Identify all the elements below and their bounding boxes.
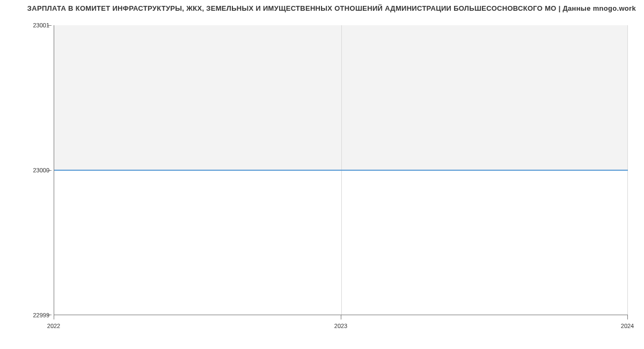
x-tick-label: 2022 bbox=[47, 323, 60, 329]
x-tick-label: 2024 bbox=[621, 323, 634, 329]
plot-area bbox=[54, 25, 628, 315]
chart-title: ЗАРПЛАТА В КОМИТЕТ ИНФРАСТРУКТУРЫ, ЖКХ, … bbox=[0, 0, 644, 14]
data-line bbox=[54, 170, 628, 171]
y-tick-label: 23001 bbox=[33, 22, 49, 28]
x-tick bbox=[341, 315, 341, 319]
y-tick-label: 23000 bbox=[33, 167, 49, 173]
x-tick bbox=[627, 315, 628, 319]
x-tick bbox=[54, 315, 54, 319]
x-tick-label: 2023 bbox=[334, 323, 347, 329]
y-tick-label: 22999 bbox=[33, 312, 49, 318]
chart-container: 23001 23000 22999 2022 2023 2024 bbox=[0, 14, 644, 337]
